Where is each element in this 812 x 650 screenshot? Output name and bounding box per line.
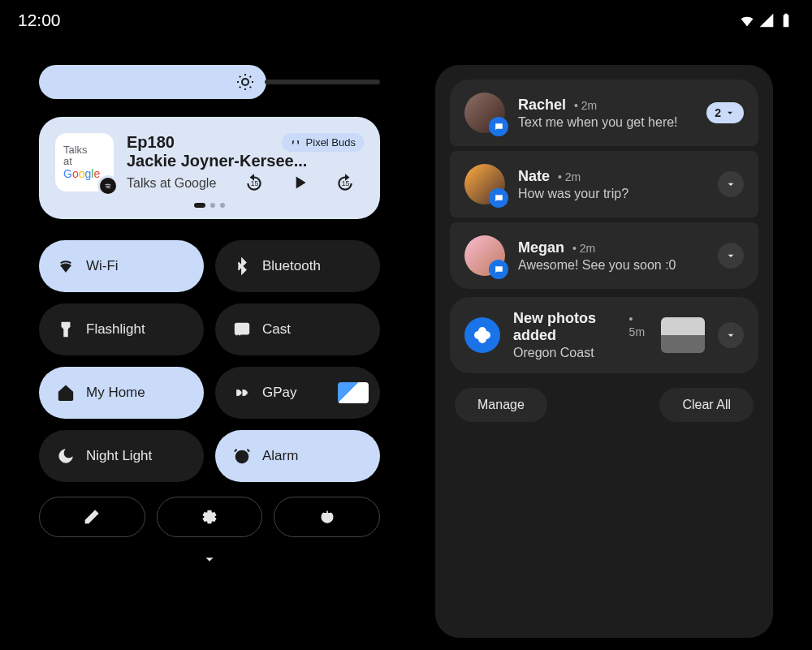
photos-app-icon (464, 317, 500, 353)
notification-text: Oregon Coast (513, 346, 648, 360)
earbuds-icon (290, 138, 301, 148)
pencil-icon (84, 509, 100, 525)
brightness-slider[interactable] (39, 65, 380, 99)
media-episode: Ep180 (127, 133, 175, 152)
messages-app-icon (489, 260, 508, 279)
expand-notification-button[interactable] (718, 243, 744, 269)
chevron-down-icon (724, 249, 737, 262)
notification-text: Awesome! See you soon :0 (518, 258, 705, 273)
notification-sender: Rachel (518, 97, 566, 114)
notification-count-badge[interactable]: 2 (706, 102, 744, 123)
avatar (464, 164, 505, 204)
qs-footer-buttons (39, 497, 380, 537)
notification-rachel[interactable]: Rachel 2m Text me when you get here! 2 (450, 80, 758, 146)
notification-time: 2m (572, 242, 595, 255)
expand-notification-button[interactable] (718, 322, 744, 348)
signal-icon (758, 12, 775, 28)
gpay-card-thumb (338, 382, 369, 403)
notification-text: How was your trip? (518, 187, 705, 201)
cast-tile[interactable]: Cast (215, 303, 380, 355)
brightness-icon (235, 72, 255, 92)
expand-notification-button[interactable] (718, 171, 744, 197)
notification-time: 2m (574, 99, 597, 112)
gpay-icon (233, 384, 251, 402)
brightness-fill (39, 65, 266, 99)
avatar (464, 235, 505, 276)
notification-time: 2m (558, 170, 581, 183)
power-icon (319, 509, 335, 525)
tile-label: Flashlight (86, 321, 145, 338)
status-bar: 12:00 (0, 0, 812, 41)
tile-label: GPay (262, 385, 297, 401)
battery-icon (778, 12, 794, 28)
gear-icon (201, 509, 218, 525)
messages-app-icon (489, 117, 508, 136)
expand-handle[interactable] (39, 550, 380, 568)
notification-time: 5m (629, 312, 648, 338)
chevron-down-icon (724, 329, 737, 342)
chevron-down-icon (201, 550, 218, 568)
wifi-tile[interactable]: Wi-Fi (39, 240, 204, 292)
notification-footer: Manage Clear All (450, 388, 758, 422)
flashlight-tile[interactable]: Flashlight (39, 303, 204, 355)
moon-icon (57, 447, 75, 465)
alarm-icon (233, 447, 251, 465)
home-tile[interactable]: My Home (39, 367, 204, 419)
avatar (464, 93, 505, 133)
edit-tiles-button[interactable] (39, 497, 145, 537)
notification-panel: Rachel 2m Text me when you get here! 2 (435, 65, 773, 638)
wifi-icon (739, 12, 755, 28)
tile-label: Night Light (86, 448, 152, 464)
media-source: Talks at Google (127, 176, 216, 191)
media-title: Jackie Joyner-Kersee... (127, 152, 364, 170)
rewind-15-button[interactable]: 15 (244, 172, 265, 193)
messages-app-icon (489, 188, 508, 208)
notification-photos[interactable]: New photos added 5m Oregon Coast (450, 297, 758, 373)
alarm-tile[interactable]: Alarm (215, 430, 380, 482)
status-icons (739, 12, 794, 28)
wifi-icon (57, 257, 75, 275)
tile-label: Cast (262, 321, 291, 338)
pagination-dots[interactable] (55, 203, 364, 208)
notification-text: Text me when you get here! (518, 115, 693, 130)
home-icon (57, 384, 75, 402)
tile-label: My Home (86, 385, 145, 401)
tile-label: Wi-Fi (86, 258, 119, 274)
chevron-down-icon (724, 107, 736, 118)
notification-nate[interactable]: Nate 2m How was your trip? (450, 151, 758, 217)
quick-settings-panel: Talks at Google Ep180 Pixel Buds (39, 65, 380, 650)
settings-button[interactable] (157, 497, 263, 537)
media-info: Ep180 Pixel Buds Jackie Joyner-Kersee...… (127, 133, 364, 193)
night-light-tile[interactable]: Night Light (39, 430, 204, 482)
media-artwork: Talks at Google (55, 133, 114, 192)
tile-label: Bluetooth (262, 258, 321, 274)
message-notification-group: Rachel 2m Text me when you get here! 2 (450, 80, 758, 289)
notification-title: New photos added (513, 310, 621, 344)
power-button[interactable] (274, 497, 380, 537)
clear-all-button[interactable]: Clear All (659, 388, 754, 422)
notification-sender: Megan (518, 239, 564, 256)
play-button[interactable] (289, 172, 310, 193)
notification-megan[interactable]: Megan 2m Awesome! See you soon :0 (450, 222, 758, 289)
bluetooth-icon (233, 257, 251, 275)
bluetooth-tile[interactable]: Bluetooth (215, 240, 380, 292)
svg-text:15: 15 (251, 179, 259, 187)
gpay-tile[interactable]: GPay (215, 367, 380, 419)
status-time: 12:00 (18, 11, 61, 30)
svg-text:15: 15 (342, 179, 350, 187)
output-selector[interactable]: Pixel Buds (282, 133, 364, 152)
manage-button[interactable]: Manage (455, 388, 547, 422)
forward-15-button[interactable]: 15 (335, 172, 356, 193)
media-player-card[interactable]: Talks at Google Ep180 Pixel Buds (39, 117, 380, 219)
chevron-down-icon (724, 178, 737, 191)
brightness-track (265, 80, 380, 84)
notification-sender: Nate (518, 168, 550, 185)
cast-icon (233, 321, 251, 338)
quick-settings-tiles: Wi-Fi Bluetooth Flashlight Cast My Home … (39, 240, 380, 482)
tile-label: Alarm (262, 448, 298, 464)
flashlight-icon (57, 321, 75, 338)
photo-thumbnail (661, 317, 705, 353)
svg-point-0 (242, 79, 248, 85)
spotify-icon (97, 175, 119, 196)
